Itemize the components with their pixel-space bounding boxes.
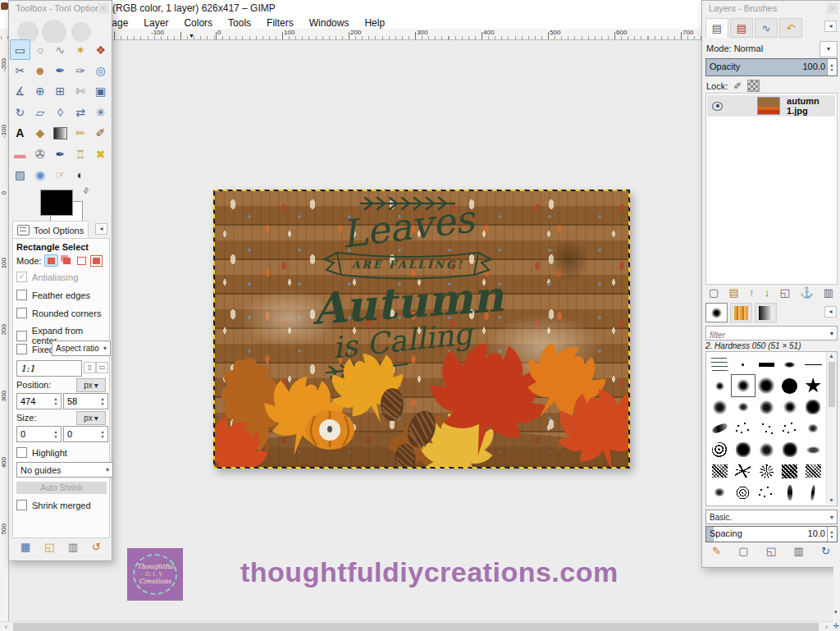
tool-align[interactable]: ⊞ <box>50 81 71 102</box>
tool-perspective[interactable]: ◊ <box>50 102 71 122</box>
reset-tool-icon[interactable]: ↺ <box>92 541 101 553</box>
hscroll-thumb[interactable] <box>13 623 819 631</box>
tool-shear[interactable]: ▱ <box>30 102 51 122</box>
brush-item[interactable] <box>801 482 825 503</box>
brush-item[interactable] <box>801 354 825 375</box>
tool-eraser[interactable]: ▬ <box>10 144 30 164</box>
spinner-arrows-icon[interactable]: ▲▼ <box>98 394 107 409</box>
delete-brush-icon[interactable]: ▥ <box>793 545 803 557</box>
tool-options-menu-icon[interactable]: ◂ <box>95 223 107 235</box>
new-brush-icon[interactable]: ▢ <box>738 545 748 557</box>
tool-measure[interactable]: ∡ <box>10 81 30 102</box>
mode-intersect-icon[interactable] <box>90 255 103 266</box>
spinner-arrows-icon[interactable]: ▲▼ <box>52 394 60 409</box>
brush-item[interactable] <box>778 396 802 418</box>
tab-tool-options[interactable]: Tool Options <box>12 221 89 239</box>
tool-clone[interactable]: ♖ <box>71 144 91 164</box>
size-height-input[interactable] <box>64 427 101 441</box>
scroll-down-icon[interactable]: ▾ <box>834 609 838 615</box>
chevron-down-icon[interactable]: ▾ <box>830 330 833 337</box>
brush-item[interactable] <box>732 439 756 460</box>
menu-windows[interactable]: Windows <box>309 17 349 30</box>
size-unit-dropdown[interactable]: px ▾ <box>76 411 106 425</box>
foreground-color-swatch[interactable] <box>40 190 73 216</box>
mode-replace-icon[interactable] <box>44 254 58 267</box>
brush-item[interactable] <box>708 482 732 503</box>
aspect-ratio-input[interactable] <box>17 361 75 376</box>
antialiasing-checkbox[interactable]: ✓ <box>16 272 27 282</box>
tool-foreground-select[interactable]: ☻ <box>30 60 51 80</box>
spinner-arrows-icon[interactable]: ▲▼ <box>98 427 107 441</box>
landscape-icon[interactable]: ▭ <box>96 362 108 373</box>
tool-airbrush[interactable]: ✇ <box>30 144 51 164</box>
fixed-option[interactable]: Fixed: <box>16 344 57 354</box>
brush-item[interactable] <box>801 396 825 418</box>
tool-text[interactable]: A <box>10 123 30 144</box>
brush-item[interactable] <box>708 460 732 482</box>
size-width-spinner[interactable]: ▲▼ <box>16 426 62 442</box>
vertical-scrollbar[interactable]: ▾ <box>833 566 840 621</box>
mode-subtract-icon[interactable] <box>75 255 88 266</box>
fixed-dropdown[interactable]: Aspect ratio ▾ <box>52 341 111 356</box>
tool-dodge-burn[interactable]: ◐ <box>71 164 91 185</box>
layers-tab[interactable]: ▤ <box>705 18 728 38</box>
layer-name[interactable]: autumn 1.jpg <box>787 96 835 116</box>
spinner-arrows-icon[interactable]: ▲▼ <box>827 527 836 542</box>
brush-item[interactable] <box>732 482 756 503</box>
spinner-arrows-icon[interactable]: ▲▼ <box>52 427 60 441</box>
brush-item[interactable] <box>732 418 756 439</box>
canvas-image[interactable]: Leaves ARE FALLING! Autumn is Calling <box>215 191 628 467</box>
brush-item[interactable] <box>708 439 732 460</box>
brush-item[interactable] <box>708 396 732 418</box>
spacing-slider[interactable]: Spacing 10.0 ▲▼ <box>705 526 838 542</box>
save-preset-icon[interactable]: ▦ <box>21 541 30 553</box>
tool-paths[interactable]: ✒ <box>50 60 71 80</box>
position-x-spinner[interactable]: ▲▼ <box>16 393 62 409</box>
tool-move[interactable]: ⊕ <box>30 81 51 102</box>
tab-brushes[interactable] <box>705 303 728 322</box>
tool-pencil[interactable]: ✏ <box>71 123 91 144</box>
dock-menu-icon[interactable]: ◂ <box>824 21 837 32</box>
spinner-arrows-icon[interactable]: ▲▼ <box>827 59 836 75</box>
layer-mode-dropdown[interactable]: ▾ <box>819 41 838 57</box>
brush-item[interactable] <box>732 354 756 375</box>
swap-colors-icon[interactable]: ⇄ <box>81 185 91 195</box>
brush-filter-input[interactable] <box>706 330 819 341</box>
visibility-eye-icon[interactable] <box>712 102 723 111</box>
tab-patterns[interactable] <box>730 303 752 322</box>
tool-gradient[interactable] <box>50 123 71 144</box>
tool-cage-transform[interactable]: ✳ <box>90 102 111 122</box>
rounded-corners-checkbox[interactable] <box>16 308 27 318</box>
tool-ellipse-select[interactable]: ○ <box>30 39 51 60</box>
layer-thumbnail[interactable] <box>757 97 780 115</box>
layers-title[interactable]: Layers - Brushes <box>709 3 777 13</box>
position-x-input[interactable] <box>17 394 54 409</box>
auto-shrink-button[interactable]: Auto Shrink <box>16 482 107 494</box>
tool-fuzzy-select[interactable]: ✶ <box>71 39 91 60</box>
brush-scrollbar[interactable]: ▲ ▼ <box>826 352 837 504</box>
tool-scale[interactable]: ▣ <box>90 81 111 102</box>
brush-item[interactable] <box>778 375 802 396</box>
scrollbar-thumb[interactable] <box>829 362 835 407</box>
brush-item[interactable] <box>755 354 778 375</box>
restore-preset-icon[interactable]: ◱ <box>44 541 54 553</box>
tool-bucket-fill[interactable]: ◆ <box>30 123 51 144</box>
menu-colors[interactable]: Colors <box>184 17 212 30</box>
duplicate-layer-icon[interactable]: ◱ <box>780 286 790 299</box>
brush-item[interactable] <box>778 439 802 460</box>
toolbox-close-icon[interactable]: × <box>98 3 109 14</box>
brush-item[interactable] <box>732 396 756 418</box>
menu-help[interactable]: Help <box>364 17 385 30</box>
edit-brush-icon[interactable]: ✎ <box>712 545 721 557</box>
tool-free-select[interactable]: ∿ <box>50 39 71 60</box>
size-height-spinner[interactable]: ▲▼ <box>63 426 108 442</box>
menu-tools[interactable]: Tools <box>228 17 251 30</box>
lock-pixels-icon[interactable]: ✐ <box>733 80 742 92</box>
brush-item[interactable] <box>708 375 732 396</box>
brush-item[interactable] <box>708 418 732 439</box>
tool-paintbrush[interactable]: ✐ <box>90 123 111 144</box>
tool-smudge[interactable]: ☞ <box>50 164 71 185</box>
feather-edges-option[interactable]: Feather edges <box>16 290 90 300</box>
brush-item[interactable] <box>755 482 778 503</box>
tool-crop[interactable]: ✄ <box>71 81 91 102</box>
